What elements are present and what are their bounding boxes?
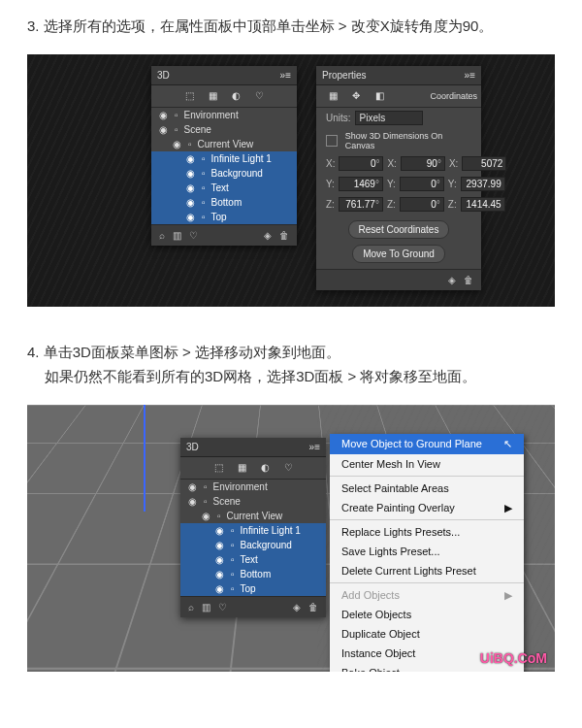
visibility-icon[interactable]: ◉ [213,554,225,565]
tree-item[interactable]: ◉▫Bottom [180,567,326,581]
tree-item[interactable]: ◉▫Text [180,552,326,567]
visibility-icon[interactable]: ◉ [213,525,225,536]
visibility-icon[interactable]: ◉ [157,110,169,120]
render-icon[interactable]: ◈ [448,275,456,285]
tree-item[interactable]: ◉▫Background [180,538,326,552]
visibility-icon[interactable]: ◉ [213,540,225,550]
tab-materials-icon[interactable]: ◐ [258,461,272,475]
tab-lights-icon[interactable]: ♡ [252,89,266,103]
trash-icon[interactable]: 🗑 [464,275,473,285]
menu-item[interactable]: Select Paintable Areas [330,479,524,498]
tree-item[interactable]: ◉▫Background [151,166,297,181]
tree-item[interactable]: ◉▫Text [151,181,297,195]
new-layer-icon[interactable]: ▥ [202,602,210,612]
visibility-icon[interactable]: ◉ [171,139,182,149]
visibility-icon[interactable]: ◉ [157,124,169,135]
panel-3d[interactable]: 3D »≡ ⬚ ▦ ◐ ♡ ◉▫Environment◉▫Scene◉▫Curr… [180,438,326,617]
menu-item[interactable]: Center Mesh In View [330,454,524,474]
tab-mesh-icon[interactable]: ▦ [235,461,248,475]
light-icon[interactable]: ♡ [218,602,227,612]
visibility-icon[interactable]: ◉ [213,583,225,594]
render-icon[interactable]: ◈ [264,230,272,241]
new-layer-icon[interactable]: ▥ [173,230,181,241]
z-angle[interactable]: 761.77 [339,197,383,212]
visibility-icon[interactable]: ◉ [184,153,196,164]
light-icon[interactable]: ♡ [189,230,198,241]
tree-item-label: Infinite Light 1 [241,525,320,536]
menu-item[interactable]: Save Lights Preset... [330,542,524,561]
tree-item[interactable]: ◉▫Scene [180,494,326,509]
panel-3d-title: 3D [157,70,280,81]
properties-tabs[interactable]: ▦ ✥ ◧ Coordinates [316,85,481,108]
tree-item[interactable]: ◉▫Environment [151,108,297,122]
tree-item[interactable]: ◉▫Current View [180,509,326,523]
tree-item[interactable]: ◉▫Infinite Light 1 [151,151,297,166]
x-pos[interactable]: 90 [401,156,445,171]
visibility-icon[interactable]: ◉ [184,197,196,208]
tab-coordinates-label[interactable]: Coordinates [430,89,477,103]
panel-menu-icon[interactable]: »≡ [280,70,291,81]
visibility-icon[interactable]: ◉ [186,496,198,507]
filter-icon[interactable]: ⌕ [159,230,165,241]
tab-cap-icon[interactable]: ◧ [372,89,386,103]
tree-item-label: Current View [198,139,291,149]
tab-scene-icon[interactable]: ⬚ [182,89,196,103]
tree-item[interactable]: ◉▫Infinite Light 1 [180,523,326,538]
context-menu[interactable]: Move Object to Ground Plane↖Center Mesh … [330,434,524,672]
tab-lights-icon[interactable]: ♡ [281,461,295,475]
visibility-icon[interactable]: ◉ [213,569,225,579]
trash-icon[interactable]: 🗑 [308,602,318,612]
panel-3d-bottombar[interactable]: ⌕ ▥ ♡ ◈ 🗑 [151,224,297,246]
panel-menu-icon[interactable]: »≡ [465,70,475,81]
tree-item-label: Top [241,583,320,594]
panel-properties[interactable]: Properties »≡ ▦ ✥ ◧ Coordinates Units: P… [316,66,481,290]
filter-icon[interactable]: ⌕ [188,602,194,612]
menu-item[interactable]: Duplicate Object [330,624,524,644]
tab-deform-icon[interactable]: ✥ [349,89,363,103]
y-angle[interactable]: 1469 [339,177,383,191]
panel-3d[interactable]: 3D »≡ ⬚ ▦ ◐ ♡ ◉▫Environment◉▫Scene◉▫Curr… [151,66,297,246]
tree-item[interactable]: ◉▫Top [151,210,297,224]
tree-item[interactable]: ◉▫Environment [180,480,326,494]
panel-3d-tabs[interactable]: ⬚ ▦ ◐ ♡ [180,457,326,480]
units-select[interactable]: Pixels [355,111,423,125]
x-size[interactable]: 5072 [462,156,506,171]
y-size[interactable]: 2937.99 [461,177,505,191]
reset-coordinates-button[interactable]: Reset Coordinates [348,220,450,239]
visibility-icon[interactable]: ◉ [184,182,196,193]
move-to-ground-button[interactable]: Move To Ground [352,245,445,263]
tab-mesh-icon[interactable]: ▦ [206,89,219,103]
panel-3d-tabs[interactable]: ⬚ ▦ ◐ ♡ [151,85,297,108]
z-pos[interactable]: 0 [400,197,444,212]
menu-item[interactable]: Move Object to Ground Plane↖ [330,434,524,454]
menu-item[interactable]: Delete Current Lights Preset [330,561,524,580]
y-pos[interactable]: 0 [400,177,444,191]
visibility-icon[interactable]: ◉ [184,212,196,222]
tab-scene-icon[interactable]: ⬚ [211,461,225,475]
tree-item[interactable]: ◉▫Bottom [151,195,297,210]
item-type-icon: ▫ [204,496,208,507]
visibility-icon[interactable]: ◉ [200,511,211,521]
units-label: Units: [326,113,351,123]
visibility-icon[interactable]: ◉ [184,168,196,179]
properties-titlebar[interactable]: Properties »≡ [316,66,481,85]
show-dims-row[interactable]: Show 3D Dimensions On Canvas [316,128,481,153]
tree-item[interactable]: ◉▫Top [180,581,326,596]
panel-3d-titlebar[interactable]: 3D »≡ [180,438,326,457]
show-dims-checkbox[interactable] [326,135,338,147]
trash-icon[interactable]: 🗑 [279,230,289,241]
menu-item[interactable]: Create Painting Overlay▶ [330,498,524,517]
menu-item[interactable]: Delete Objects [330,605,524,624]
panel-3d-bottombar[interactable]: ⌕ ▥ ♡ ◈ 🗑 [180,596,326,617]
x-angle[interactable]: 0 [339,156,383,171]
visibility-icon[interactable]: ◉ [186,481,198,492]
tab-mesh-icon[interactable]: ▦ [326,89,340,103]
render-icon[interactable]: ◈ [293,602,301,612]
tree-item[interactable]: ◉▫Current View [151,137,297,151]
panel-3d-titlebar[interactable]: 3D »≡ [151,66,297,85]
tree-item[interactable]: ◉▫Scene [151,122,297,137]
panel-menu-icon[interactable]: »≡ [309,442,320,452]
z-size[interactable]: 1414.45 [461,197,505,212]
tab-materials-icon[interactable]: ◐ [229,89,242,103]
menu-item[interactable]: Replace Lights Presets... [330,522,524,542]
